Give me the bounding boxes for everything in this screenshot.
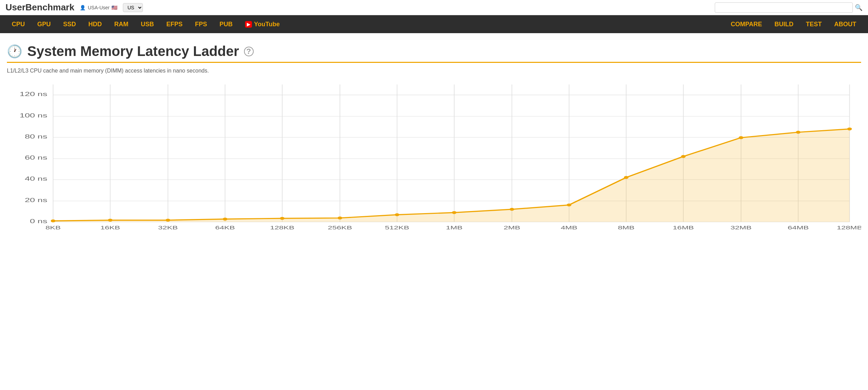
svg-text:32MB: 32MB [731, 225, 752, 230]
user-info: 👤 USA-User 🇺🇸 [80, 5, 117, 10]
data-point-8mb [624, 176, 628, 179]
svg-text:512KB: 512KB [385, 225, 409, 230]
search-input[interactable] [715, 2, 853, 13]
nav-about[interactable]: ABOUT [828, 21, 862, 28]
nav-test[interactable]: TEST [800, 21, 828, 28]
nav-youtube[interactable]: ▶ YouTube [239, 15, 286, 33]
chart-svg: 0 ns 20 ns 40 ns 60 ns 80 ns 100 ns 120 … [7, 81, 861, 233]
top-bar: UserBenchmark 👤 USA-User 🇺🇸 US UK DE FR … [0, 0, 868, 15]
svg-text:8KB: 8KB [46, 225, 61, 230]
svg-text:256KB: 256KB [328, 225, 352, 230]
site-title[interactable]: UserBenchmark [6, 2, 74, 13]
svg-text:128MB: 128MB [837, 225, 861, 230]
username: USA-User [88, 5, 109, 10]
nav-gpu[interactable]: GPU [31, 15, 57, 33]
svg-text:1MB: 1MB [446, 225, 462, 230]
nav-fps[interactable]: FPS [189, 15, 213, 33]
chart-container: 0 ns 20 ns 40 ns 60 ns 80 ns 100 ns 120 … [7, 81, 861, 233]
data-point-1mb [452, 211, 456, 214]
help-icon[interactable]: ? [244, 47, 254, 56]
svg-text:64KB: 64KB [215, 225, 235, 230]
search-box: 🔍 [715, 2, 862, 13]
user-icon: 👤 [80, 5, 86, 10]
svg-text:40 ns: 40 ns [25, 175, 47, 182]
data-point-128kb [280, 217, 284, 220]
subtitle: L1/L2/L3 CPU cache and main memory (DIMM… [7, 68, 861, 74]
data-point-8kb [51, 219, 55, 222]
flag-icon: 🇺🇸 [111, 5, 117, 10]
svg-text:20 ns: 20 ns [25, 197, 47, 203]
svg-text:128KB: 128KB [270, 225, 294, 230]
data-point-2mb [510, 208, 514, 211]
svg-text:60 ns: 60 ns [25, 154, 47, 161]
youtube-icon: ▶ [245, 21, 252, 28]
svg-text:4MB: 4MB [561, 225, 577, 230]
nav-hdd[interactable]: HDD [82, 15, 108, 33]
page-title-section: 🕐 System Memory Latency Ladder ? [7, 44, 861, 63]
data-point-512kb [395, 213, 399, 216]
nav-usb[interactable]: USB [135, 15, 160, 33]
nav-bar: CPU GPU SSD HDD RAM USB EFPS FPS PUB ▶ Y… [0, 15, 868, 33]
data-point-64kb [223, 218, 227, 220]
svg-text:16KB: 16KB [100, 225, 120, 230]
svg-text:0 ns: 0 ns [30, 218, 48, 225]
data-point-16kb [108, 219, 113, 221]
svg-text:16MB: 16MB [673, 225, 694, 230]
data-point-256kb [338, 217, 342, 219]
nav-ram[interactable]: RAM [108, 15, 135, 33]
svg-text:2MB: 2MB [504, 225, 520, 230]
page-title: System Memory Latency Ladder [27, 44, 239, 59]
data-point-32kb [166, 219, 170, 221]
nav-right: COMPARE BUILD TEST ABOUT [724, 21, 862, 28]
svg-text:64MB: 64MB [788, 225, 809, 230]
data-point-64mb [796, 131, 800, 134]
chart-fill-area [53, 129, 850, 222]
nav-efps[interactable]: EFPS [160, 15, 189, 33]
data-point-32mb [739, 136, 743, 139]
data-point-128mb [847, 127, 852, 130]
main-content: 🕐 System Memory Latency Ladder ? L1/L2/L… [0, 33, 868, 240]
nav-cpu[interactable]: CPU [6, 15, 31, 33]
country-select[interactable]: US UK DE FR AU [123, 3, 143, 12]
data-point-16mb [681, 155, 685, 158]
svg-text:80 ns: 80 ns [25, 133, 47, 140]
nav-pub[interactable]: PUB [213, 15, 239, 33]
nav-ssd[interactable]: SSD [57, 15, 82, 33]
data-point-4mb [567, 203, 571, 206]
svg-text:100 ns: 100 ns [20, 112, 47, 119]
nav-build[interactable]: BUILD [768, 21, 800, 28]
svg-text:120 ns: 120 ns [20, 91, 47, 97]
clock-icon: 🕐 [7, 44, 22, 59]
search-button[interactable]: 🔍 [855, 4, 862, 11]
svg-text:32KB: 32KB [158, 225, 178, 230]
svg-text:8MB: 8MB [618, 225, 634, 230]
nav-compare[interactable]: COMPARE [724, 21, 768, 28]
